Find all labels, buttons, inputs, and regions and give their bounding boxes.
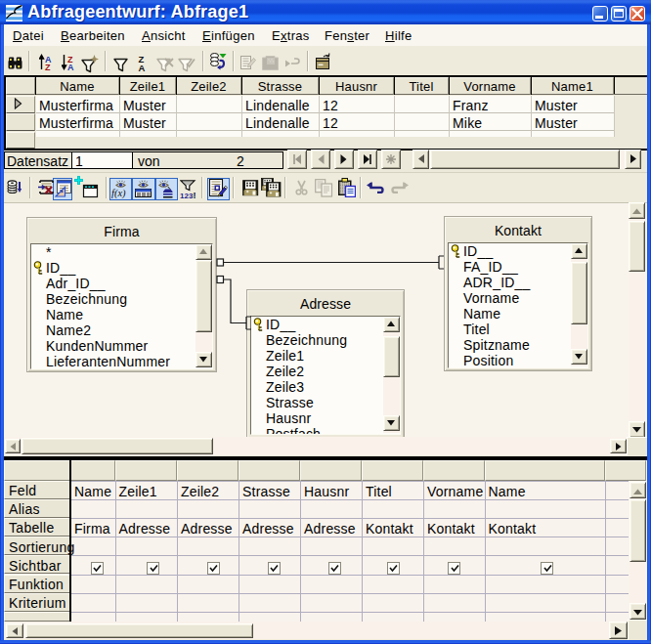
svg-text:f(x): f(x): [111, 188, 126, 198]
svg-text:Z: Z: [45, 63, 51, 70]
svg-text:A: A: [139, 63, 146, 72]
svg-text:A: A: [67, 63, 74, 70]
svg-text:!: !: [194, 191, 196, 199]
svg-text:123: 123: [180, 192, 194, 199]
